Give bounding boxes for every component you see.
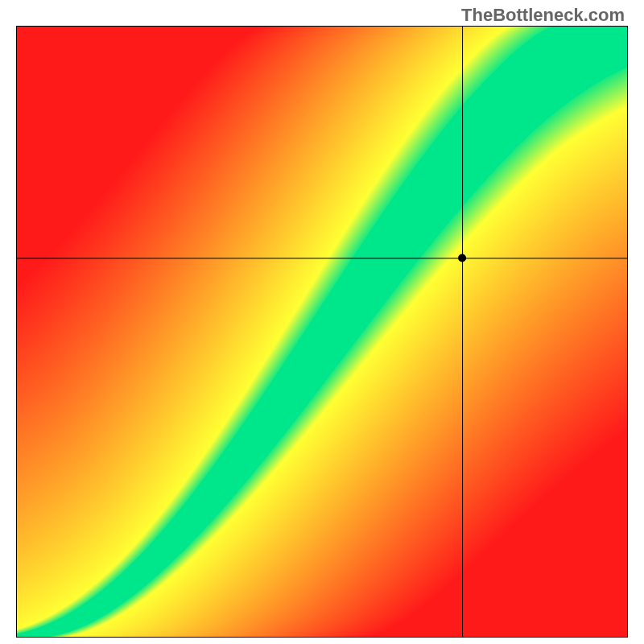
bottleneck-heatmap: [16, 26, 628, 638]
watermark-label: TheBottleneck.com: [461, 5, 625, 26]
heatmap-canvas: [16, 26, 628, 638]
chart-container: TheBottleneck.com: [0, 0, 644, 644]
